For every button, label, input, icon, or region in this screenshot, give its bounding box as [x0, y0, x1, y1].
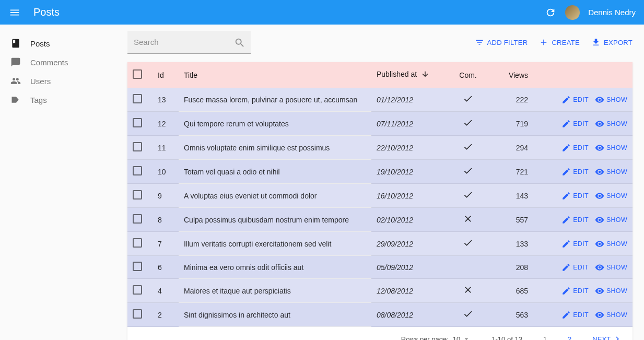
check-icon	[463, 169, 473, 178]
col-title[interactable]: Title	[179, 62, 371, 88]
cell-published: 07/11/2012	[371, 112, 450, 136]
show-button[interactable]: SHOW	[595, 239, 627, 249]
sidebar-item-label: Tags	[30, 96, 47, 104]
show-button[interactable]: SHOW	[595, 191, 627, 201]
sidebar-item-posts[interactable]: Posts	[0, 34, 127, 53]
row-checkbox[interactable]	[133, 309, 142, 319]
table-row[interactable]: 9A voluptas eius eveniet ut commodi dolo…	[127, 184, 633, 208]
show-button[interactable]: SHOW	[595, 263, 627, 272]
book-icon	[10, 38, 21, 49]
data-table: Id Title Published at Com. Views 13Fusce…	[127, 62, 633, 327]
row-checkbox[interactable]	[133, 190, 142, 200]
filter-icon	[475, 38, 484, 47]
cell-com	[450, 208, 486, 232]
table-row[interactable]: 8Culpa possimus quibusdam nostrum enim t…	[127, 208, 633, 232]
row-checkbox[interactable]	[133, 238, 142, 248]
edit-button[interactable]: EDIT	[561, 95, 589, 104]
edit-button[interactable]: EDIT	[561, 239, 589, 249]
create-button[interactable]: CREATE	[539, 38, 580, 47]
sidebar-item-comments[interactable]: Comments	[0, 53, 127, 72]
eye-icon	[595, 239, 604, 249]
rows-per-page-select[interactable]: 10	[453, 335, 471, 340]
row-checkbox[interactable]	[133, 166, 142, 175]
app-bar: Posts Dennis Nedry	[0, 0, 644, 25]
pencil-icon	[561, 310, 571, 320]
edit-button[interactable]: EDIT	[561, 286, 589, 296]
col-published[interactable]: Published at	[371, 62, 450, 88]
edit-button[interactable]: EDIT	[561, 263, 589, 272]
edit-button[interactable]: EDIT	[561, 167, 589, 177]
cell-com	[450, 232, 486, 256]
cell-views: 294	[486, 136, 533, 160]
people-icon	[10, 76, 21, 86]
cell-published: 02/10/2012	[371, 208, 450, 232]
table-row[interactable]: 10Totam vel quasi a odio et nihil19/10/2…	[127, 160, 633, 184]
pencil-icon	[561, 167, 571, 177]
eye-icon	[595, 263, 604, 272]
show-button[interactable]: SHOW	[595, 143, 627, 153]
cell-title: A voluptas eius eveniet ut commodi dolor	[179, 184, 371, 208]
cell-title: Totam vel quasi a odio et nihil	[179, 160, 371, 184]
table-row[interactable]: 2Sint dignissimos in architecto aut08/08…	[127, 303, 633, 327]
row-checkbox[interactable]	[133, 118, 142, 127]
cell-title: Illum veritatis corrupti exercitationem …	[179, 232, 371, 256]
search-icon	[234, 37, 245, 50]
row-checkbox[interactable]	[133, 285, 142, 295]
table-row[interactable]: 4Maiores et itaque aut perspiciatis12/08…	[127, 279, 633, 303]
check-icon	[463, 121, 473, 130]
cell-published: 12/08/2012	[371, 279, 450, 303]
show-button[interactable]: SHOW	[595, 215, 627, 225]
show-button[interactable]: SHOW	[595, 119, 627, 128]
table-header-row: Id Title Published at Com. Views	[127, 62, 633, 88]
show-button[interactable]: SHOW	[595, 286, 627, 296]
refresh-button[interactable]	[544, 6, 557, 19]
page-1[interactable]: 1	[543, 335, 547, 341]
eye-icon	[595, 215, 604, 225]
row-checkbox[interactable]	[133, 94, 142, 103]
export-button[interactable]: EXPORT	[591, 38, 633, 47]
cell-com	[450, 256, 486, 279]
row-checkbox[interactable]	[133, 262, 142, 271]
cell-views: 719	[486, 112, 533, 136]
edit-button[interactable]: EDIT	[561, 143, 589, 153]
col-com[interactable]: Com.	[450, 62, 486, 88]
col-id[interactable]: Id	[153, 62, 179, 88]
show-button[interactable]: SHOW	[595, 95, 627, 104]
check-icon	[463, 97, 473, 105]
avatar[interactable]	[565, 5, 580, 20]
search-input[interactable]	[127, 31, 251, 54]
sidebar-item-tags[interactable]: Tags	[0, 90, 127, 109]
page-2[interactable]: 2	[568, 335, 571, 341]
cell-id: 13	[153, 88, 179, 112]
table-row[interactable]: 7Illum veritatis corrupti exercitationem…	[127, 232, 633, 256]
pencil-icon	[561, 95, 571, 104]
cell-com	[450, 136, 486, 160]
edit-button[interactable]: EDIT	[561, 310, 589, 320]
cell-title: Omnis voluptate enim similique est possi…	[179, 136, 371, 160]
cell-views: 685	[486, 279, 533, 303]
show-button[interactable]: SHOW	[595, 167, 627, 177]
cell-id: 11	[153, 136, 179, 160]
cell-com	[450, 160, 486, 184]
table-row[interactable]: 6Minima ea vero omnis odit officiis aut0…	[127, 256, 633, 279]
row-checkbox[interactable]	[133, 142, 142, 151]
menu-button[interactable]	[8, 6, 21, 19]
row-checkbox[interactable]	[133, 214, 142, 224]
col-views[interactable]: Views	[486, 62, 533, 88]
edit-button[interactable]: EDIT	[561, 191, 589, 201]
cell-title: Minima ea vero omnis odit officiis aut	[179, 256, 371, 279]
next-page-button[interactable]: NEXT	[592, 334, 622, 340]
table-row[interactable]: 13Fusce massa lorem, pulvinar a posuere …	[127, 88, 633, 112]
sidebar-item-label: Posts	[30, 39, 50, 48]
cell-views: 208	[486, 256, 533, 279]
table-row[interactable]: 11Omnis voluptate enim similique est pos…	[127, 136, 633, 160]
select-all-checkbox[interactable]	[133, 69, 142, 79]
edit-button[interactable]: EDIT	[561, 215, 589, 225]
search-field	[127, 31, 251, 54]
edit-button[interactable]: EDIT	[561, 119, 589, 128]
username[interactable]: Dennis Nedry	[588, 8, 636, 17]
sidebar-item-users[interactable]: Users	[0, 72, 127, 90]
table-row[interactable]: 12Qui tempore rerum et voluptates07/11/2…	[127, 112, 633, 136]
show-button[interactable]: SHOW	[595, 310, 627, 320]
add-filter-button[interactable]: ADD FILTER	[475, 38, 528, 47]
